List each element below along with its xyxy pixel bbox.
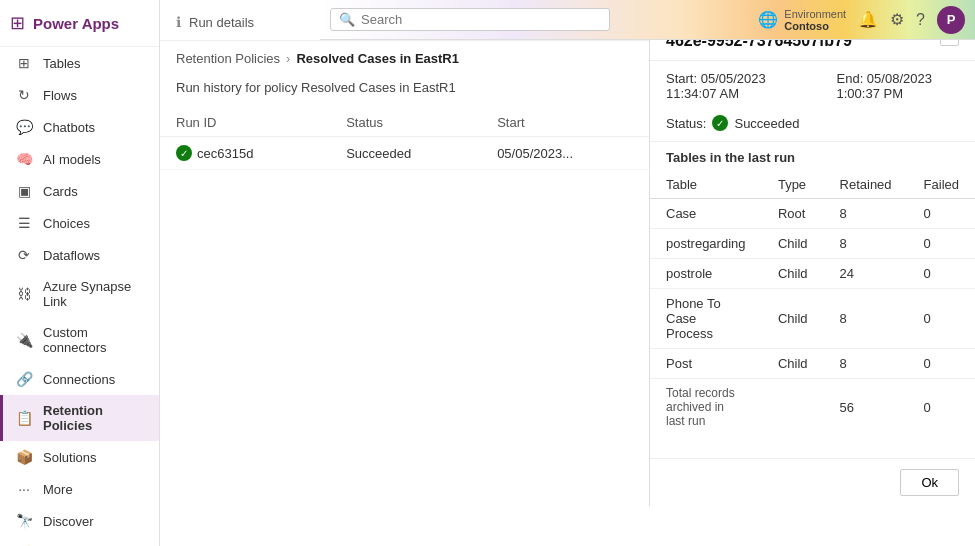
list-item: postrole Child 24 0: [650, 259, 975, 289]
data-table-retained: 8: [824, 289, 908, 349]
sidebar-item-label-retention-policies: Retention Policies: [43, 403, 147, 433]
search-input[interactable]: [361, 12, 601, 27]
run-id-badge: ✓ cec6315d: [176, 145, 314, 161]
detail-meta: Start: 05/05/2023 11:34:07 AM End: 05/08…: [650, 61, 975, 111]
sidebar-item-label-ai-models: AI models: [43, 152, 101, 167]
data-table-type: [762, 379, 824, 436]
end-value: End: 05/08/2023 1:00:37 PM: [837, 71, 959, 101]
sidebar-item-label-connections: Connections: [43, 372, 115, 387]
data-table-name: postrole: [650, 259, 762, 289]
sidebar-item-azure-synapse[interactable]: ⛓ Azure Synapse Link: [0, 271, 159, 317]
breadcrumb-current: Resolved Cases in EastR1: [296, 51, 459, 66]
chatbots-icon: 💬: [15, 119, 33, 135]
list-item: postregarding Child 8 0: [650, 229, 975, 259]
search-icon: 🔍: [339, 12, 355, 27]
settings-icon[interactable]: ⚙: [890, 10, 904, 29]
sidebar-item-label-azure-synapse: Azure Synapse Link: [43, 279, 147, 309]
topnav-right: 🌐 Environment Contoso 🔔 ⚙ ? P: [758, 6, 965, 34]
sidebar: ⊞ Power Apps ⊞ Tables ↻ Flows 💬 Chatbots…: [0, 0, 160, 546]
sidebar-item-label-dataflows: Dataflows: [43, 248, 100, 263]
data-table-name: Case: [650, 199, 762, 229]
run-table-header-cell: Status: [330, 109, 481, 137]
status-label: Status:: [666, 116, 706, 131]
sidebar-item-dataflows[interactable]: ⟳ Dataflows: [0, 239, 159, 271]
run-start-cell: 05/05/2023...: [481, 137, 649, 170]
run-id-cell: ✓ cec6315d: [160, 137, 330, 170]
sidebar-item-label-more: More: [43, 482, 73, 497]
data-table-header-cell: Failed: [908, 171, 975, 199]
data-table-retained: 24: [824, 259, 908, 289]
sidebar-item-more[interactable]: ··· More: [0, 473, 159, 505]
environment-box: 🌐 Environment Contoso: [758, 8, 846, 32]
data-table-retained: 8: [824, 199, 908, 229]
topnav: 🔍 🌐 Environment Contoso 🔔 ⚙ ? P: [320, 0, 975, 40]
environment-name: Contoso: [784, 20, 846, 32]
help-icon[interactable]: ?: [916, 11, 925, 29]
data-table-type: Child: [762, 259, 824, 289]
sidebar-item-connections[interactable]: 🔗 Connections: [0, 363, 159, 395]
info-icon: ℹ: [176, 14, 181, 30]
bell-icon[interactable]: 🔔: [858, 10, 878, 29]
list-item: Post Child 8 0: [650, 349, 975, 379]
data-table-header-cell: Retained: [824, 171, 908, 199]
choices-icon: ☰: [15, 215, 33, 231]
retention-policies-icon: 📋: [15, 410, 33, 426]
sidebar-item-tables[interactable]: ⊞ Tables: [0, 47, 159, 79]
cards-icon: ▣: [15, 183, 33, 199]
tables-icon: ⊞: [15, 55, 33, 71]
list-item: Total records archived in last run 56 0: [650, 379, 975, 436]
custom-connectors-icon: 🔌: [15, 332, 33, 348]
run-status-cell: Succeeded: [330, 137, 481, 170]
user-avatar[interactable]: P: [937, 6, 965, 34]
sidebar-item-flows[interactable]: ↻ Flows: [0, 79, 159, 111]
status-check-icon: ✓: [712, 115, 728, 131]
sidebar-item-choices[interactable]: ☰ Choices: [0, 207, 159, 239]
data-table-name: Phone To Case Process: [650, 289, 762, 349]
data-table-header-cell: Table: [650, 171, 762, 199]
data-table-retained: 56: [824, 379, 908, 436]
data-table-failed: 0: [908, 229, 975, 259]
environment-icon: 🌐: [758, 10, 778, 29]
run-table-header-cell: Start: [481, 109, 649, 137]
sidebar-item-discover[interactable]: 🔭 Discover: [0, 505, 159, 537]
data-table-type: Root: [762, 199, 824, 229]
connections-icon: 🔗: [15, 371, 33, 387]
sidebar-item-label-cards: Cards: [43, 184, 78, 199]
sidebar-item-solutions[interactable]: 📦 Solutions: [0, 441, 159, 473]
sidebar-header: ⊞ Power Apps: [0, 0, 159, 47]
sidebar-item-power-platform[interactable]: ⚡ Power Platform: [0, 537, 159, 546]
list-item: Phone To Case Process Child 8 0: [650, 289, 975, 349]
sidebar-item-label-flows: Flows: [43, 88, 77, 103]
data-table: TableTypeRetainedFailed Case Root 8 0 po…: [650, 171, 975, 435]
sidebar-item-chatbots[interactable]: 💬 Chatbots: [0, 111, 159, 143]
run-history-title: Run history for policy Resolved Cases in…: [160, 72, 649, 109]
right-panel: Run details for cec6315d-b241-462e-9952-…: [650, 0, 975, 506]
search-box[interactable]: 🔍: [330, 8, 610, 31]
data-table-failed: 0: [908, 379, 975, 436]
run-check-icon: ✓: [176, 145, 192, 161]
sidebar-item-retention-policies[interactable]: 📋 Retention Policies: [0, 395, 159, 441]
start-value: Start: 05/05/2023 11:34:07 AM: [666, 71, 797, 101]
table-row[interactable]: ✓ cec6315d Succeeded 05/05/2023...: [160, 137, 649, 170]
data-table-type: Child: [762, 229, 824, 259]
detail-footer: Ok: [650, 458, 975, 506]
ok-button[interactable]: Ok: [900, 469, 959, 496]
data-table-retained: 8: [824, 229, 908, 259]
sidebar-item-ai-models[interactable]: 🧠 AI models: [0, 143, 159, 175]
azure-synapse-icon: ⛓: [15, 286, 33, 302]
breadcrumb: Retention Policies › Resolved Cases in E…: [160, 41, 649, 72]
sidebar-item-cards[interactable]: ▣ Cards: [0, 175, 159, 207]
sidebar-item-custom-connectors[interactable]: 🔌 Custom connectors: [0, 317, 159, 363]
ai-models-icon: 🧠: [15, 151, 33, 167]
environment-label: Environment: [784, 8, 846, 20]
solutions-icon: 📦: [15, 449, 33, 465]
grid-icon[interactable]: ⊞: [10, 12, 25, 34]
status-value: Succeeded: [734, 116, 799, 131]
data-table-type: Child: [762, 289, 824, 349]
sidebar-item-label-solutions: Solutions: [43, 450, 96, 465]
data-table-failed: 0: [908, 259, 975, 289]
sidebar-item-label-chatbots: Chatbots: [43, 120, 95, 135]
content-row: ℹ Run details Retention Policies › Resol…: [160, 0, 975, 506]
sidebar-item-label-tables: Tables: [43, 56, 81, 71]
breadcrumb-link[interactable]: Retention Policies: [176, 51, 280, 66]
